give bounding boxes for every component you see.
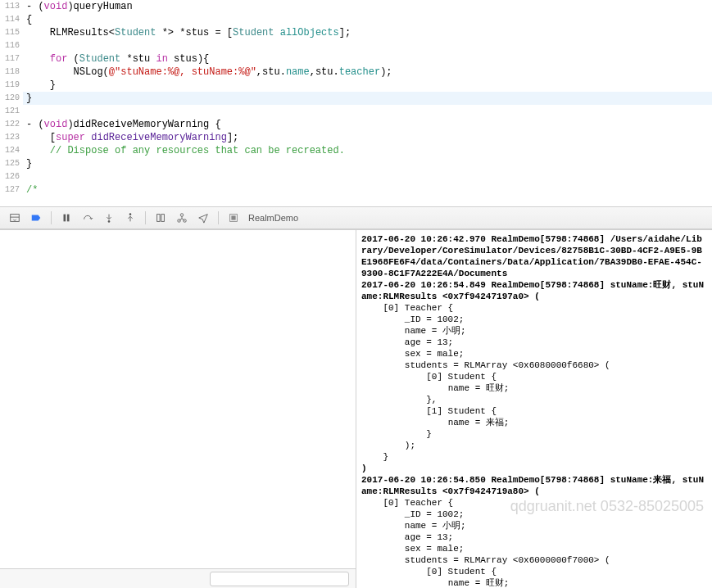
code-content[interactable]: - (void)queryHuman{ RLMResults<Student *… xyxy=(23,0,712,206)
line-number: 114 xyxy=(0,13,20,26)
svg-point-4 xyxy=(129,213,132,215)
divider xyxy=(145,211,146,224)
console-line: [0] Teacher { xyxy=(361,302,707,314)
code-line[interactable]: /* xyxy=(23,183,712,197)
hide-debug-icon[interactable] xyxy=(5,210,25,226)
code-line[interactable]: NSLog(@"stuName:%@, stuName:%@",stu.name… xyxy=(23,66,712,79)
console-line: _ID = 1002; xyxy=(361,509,707,520)
console-line: 2017-06-20 10:26:42.970 RealmDemo[5798:7… xyxy=(361,233,707,279)
code-line[interactable]: RLMResults<Student *> *stus = [Student a… xyxy=(23,26,712,39)
step-over-icon[interactable] xyxy=(78,210,98,226)
console-line: age = 13; xyxy=(361,337,707,348)
step-out-icon[interactable] xyxy=(120,210,140,226)
console-line: [0] Teacher { xyxy=(361,497,707,509)
process-name[interactable]: RealmDemo xyxy=(248,213,298,223)
line-number: 119 xyxy=(0,79,20,92)
code-line[interactable]: } xyxy=(23,157,712,170)
console-line: ); xyxy=(361,440,707,451)
code-line[interactable] xyxy=(23,105,712,118)
svg-rect-5 xyxy=(157,215,161,222)
console-line: ) xyxy=(361,463,707,474)
line-number: 115 xyxy=(0,26,20,39)
process-icon[interactable] xyxy=(224,210,243,226)
console-line: }, xyxy=(361,394,707,405)
console-line: _ID = 1002; xyxy=(361,314,707,325)
line-number: 127 xyxy=(0,183,20,197)
step-into-icon[interactable] xyxy=(99,210,119,226)
console-line: name = 旺财; xyxy=(361,382,707,394)
console-line: name = 小明; xyxy=(361,520,707,531)
console-line: age = 13; xyxy=(361,531,707,543)
code-line[interactable]: - (void)didReceiveMemoryWarning { xyxy=(23,118,712,131)
svg-rect-6 xyxy=(161,215,165,222)
divider xyxy=(218,211,219,224)
variables-bottom-bar xyxy=(0,568,356,588)
console-line: sex = male; xyxy=(361,543,707,554)
code-line[interactable]: for (Student *stu in stus){ xyxy=(23,52,712,66)
variables-filter-input[interactable] xyxy=(210,572,349,586)
pause-icon[interactable] xyxy=(57,210,76,226)
console-line: [0] Student { xyxy=(361,371,707,382)
console-line: 2017-06-20 10:26:54.850 RealmDemo[5798:7… xyxy=(361,474,707,497)
debug-panel: 2017-06-20 10:26:42.970 RealmDemo[5798:7… xyxy=(0,229,712,588)
line-number: 124 xyxy=(0,144,20,157)
console-line: [0] Student { xyxy=(361,566,707,577)
debug-hierarchy-icon[interactable] xyxy=(172,210,192,226)
line-number: 113 xyxy=(0,0,20,13)
code-line[interactable]: { xyxy=(23,13,712,26)
console-panel[interactable]: 2017-06-20 10:26:42.970 RealmDemo[5798:7… xyxy=(356,230,712,588)
variables-panel[interactable] xyxy=(0,230,356,588)
code-line[interactable]: } xyxy=(23,92,712,105)
console-line: } xyxy=(361,451,707,463)
console-line: name = 旺财; xyxy=(361,577,707,588)
console-line: } xyxy=(361,428,707,440)
line-number: 118 xyxy=(0,66,20,79)
code-line[interactable]: } xyxy=(23,79,712,92)
line-number: 125 xyxy=(0,157,20,170)
console-line: [1] Student { xyxy=(361,405,707,417)
line-number: 117 xyxy=(0,52,20,66)
divider xyxy=(51,211,52,224)
svg-point-7 xyxy=(180,214,184,217)
console-line: name = 来福; xyxy=(361,417,707,428)
console-line: students = RLMArray <0x6080000f6680> ( xyxy=(361,360,707,371)
breakpoints-icon[interactable] xyxy=(26,210,46,226)
console-line: 2017-06-20 10:26:54.849 RealmDemo[5798:7… xyxy=(361,279,707,302)
code-line[interactable] xyxy=(23,39,712,52)
code-line[interactable]: - (void)queryHuman xyxy=(23,0,712,13)
code-line[interactable]: // Dispose of any resources that can be … xyxy=(23,144,712,157)
line-number: 116 xyxy=(0,39,20,52)
svg-rect-1 xyxy=(64,215,66,222)
svg-point-3 xyxy=(108,220,111,223)
line-gutter: 1131141151161171181191201211221231241251… xyxy=(0,0,23,206)
view-memory-icon[interactable] xyxy=(151,210,170,226)
debug-toolbar: RealmDemo xyxy=(0,206,712,229)
svg-rect-11 xyxy=(231,215,235,219)
code-line[interactable] xyxy=(23,170,712,183)
code-line[interactable]: [super didReceiveMemoryWarning]; xyxy=(23,131,712,144)
line-number: 126 xyxy=(0,170,20,183)
code-editor[interactable]: 1131141151161171181191201211221231241251… xyxy=(0,0,712,206)
line-number: 121 xyxy=(0,105,20,118)
line-number: 122 xyxy=(0,118,20,131)
console-line: sex = male; xyxy=(361,348,707,360)
location-icon[interactable] xyxy=(193,210,213,226)
line-number: 120 xyxy=(0,92,20,105)
console-line: students = RLMArray <0x6000000f7000> ( xyxy=(361,554,707,566)
console-line: name = 小明; xyxy=(361,325,707,337)
line-number: 123 xyxy=(0,131,20,144)
svg-rect-2 xyxy=(67,215,70,222)
